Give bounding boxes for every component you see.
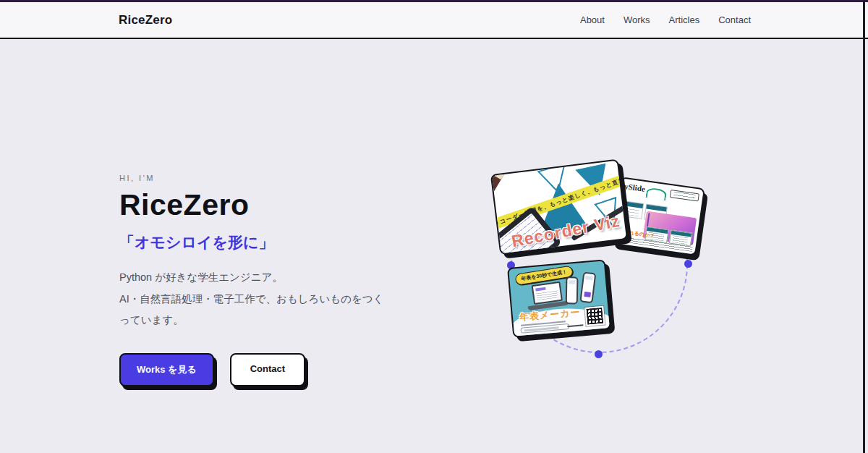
hero-section: HI, I'M RiceZero 「オモシロイを形に」 Python が好きな学… xyxy=(119,174,438,386)
phone-mockup xyxy=(566,276,579,304)
qr-code xyxy=(584,306,605,326)
nav-item-about[interactable]: About xyxy=(580,14,605,25)
nav-item-contact[interactable]: Contact xyxy=(718,14,751,25)
logo[interactable]: RiceZero xyxy=(119,13,172,27)
curved-arrow-icon xyxy=(645,187,667,200)
hero-description-line: AI・自然言語処理・電子工作で、おもしろいものをつく xyxy=(119,289,438,310)
project-card-recorder-viz[interactable]: リコーダー練習を、もっと楽しく、もっと直感的に。 Recorder Viz xyxy=(490,159,628,255)
works-button[interactable]: Works を見る xyxy=(119,353,214,386)
hero-eyebrow: HI, I'M xyxy=(119,174,438,182)
window-right-edge xyxy=(863,0,865,453)
url-box xyxy=(670,190,699,201)
main-nav: About Works Articles Contact xyxy=(580,14,751,25)
laptop-mockup xyxy=(532,281,563,305)
hero-description: Python が好きな学生エンジニア。 AI・自然言語処理・電子工作で、おもしろ… xyxy=(119,267,438,331)
window-top-edge xyxy=(0,0,868,2)
gradient-bar xyxy=(647,213,650,226)
contact-button[interactable]: Contact xyxy=(230,353,305,386)
nav-item-works[interactable]: Works xyxy=(624,14,650,25)
site-header: RiceZero About Works Articles Contact xyxy=(0,2,868,39)
slide-card-title: ySlide xyxy=(624,182,646,193)
orbit-dot xyxy=(684,260,692,268)
hero-description-line: Python が好きな学生エンジニア。 xyxy=(119,267,438,289)
project-card-timeline-maker[interactable]: 年表を30秒で生成！ 年表メーカー xyxy=(507,259,611,337)
nav-item-articles[interactable]: Articles xyxy=(669,14,700,25)
hero-description-line: っています。 xyxy=(119,310,438,331)
hero-tagline: 「オモシロイを形に」 xyxy=(119,232,438,253)
orbit-dot xyxy=(595,350,603,358)
phone-mockup xyxy=(579,272,596,304)
project-card-slide[interactable]: ySlide は創れるのか？ xyxy=(611,177,705,256)
hero-title: RiceZero xyxy=(119,188,438,222)
hero-buttons: Works を見る Contact xyxy=(119,353,438,386)
timeline-badge: 年表を30秒で生成！ xyxy=(514,266,574,286)
